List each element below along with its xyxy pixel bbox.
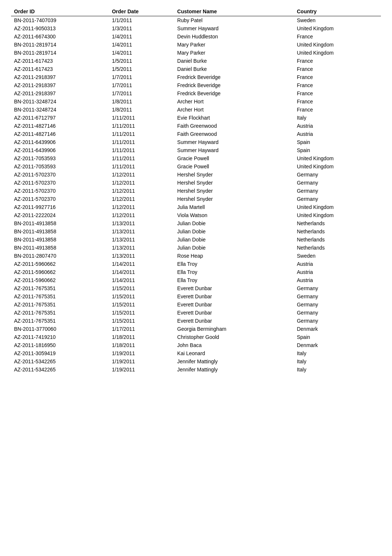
cell-row10-col3: France <box>294 97 381 106</box>
cell-row12-col1: 1/11/2011 <box>109 114 174 122</box>
cell-row37-col3: Germany <box>294 317 381 325</box>
cell-row18-col1: 1/11/2011 <box>109 162 174 171</box>
cell-row41-col0: AZ-2011-3059419 <box>11 349 109 357</box>
table-row: AZ-2011-6174231/5/2011Daniel BurkeFrance <box>11 57 381 65</box>
cell-row40-col3: Denmark <box>294 341 381 349</box>
table-row: BN-2011-74070391/1/2011Ruby PatelSweden <box>11 16 381 25</box>
table-row: AZ-2011-67127971/11/2011Evie FlockhartIt… <box>11 114 381 122</box>
header-order-date: Order Date <box>109 7 174 16</box>
cell-row21-col1: 1/12/2011 <box>109 187 174 195</box>
table-row: AZ-2011-59606621/14/2011Ella TroyAustria <box>11 268 381 276</box>
cell-row5-col1: 1/5/2011 <box>109 57 174 65</box>
table-row: BN-2011-32487241/8/2011Archer HortFrance <box>11 106 381 114</box>
cell-row21-col2: Hershel Snyder <box>174 187 294 195</box>
cell-row24-col1: 1/12/2011 <box>109 211 174 219</box>
cell-row1-col2: Summer Hayward <box>174 24 294 32</box>
cell-row38-col1: 1/17/2011 <box>109 325 174 333</box>
table-row: AZ-2011-70535931/11/2011Gracie PowellUni… <box>11 162 381 171</box>
cell-row42-col2: Jennifer Mattingly <box>174 357 294 365</box>
table-row: AZ-2011-76753511/15/2011Everett DunbarGe… <box>11 301 381 309</box>
cell-row3-col0: BN-2011-2819714 <box>11 41 109 49</box>
cell-row1-col1: 1/3/2011 <box>109 24 174 32</box>
cell-row4-col1: 1/4/2011 <box>109 49 174 57</box>
cell-row32-col2: Ella Troy <box>174 276 294 284</box>
cell-row41-col3: Italy <box>294 349 381 357</box>
cell-row7-col2: Fredrick Beveridge <box>174 73 294 81</box>
header-country: Country <box>294 7 381 16</box>
cell-row3-col1: 1/4/2011 <box>109 41 174 49</box>
cell-row32-col3: Austria <box>294 276 381 284</box>
orders-table: Order ID Order Date Customer Name Countr… <box>11 7 381 374</box>
cell-row0-col2: Ruby Patel <box>174 16 294 25</box>
table-row: BN-2011-32487241/8/2011Archer HortFrance <box>11 97 381 106</box>
cell-row39-col3: Spain <box>294 333 381 341</box>
cell-row23-col1: 1/12/2011 <box>109 203 174 211</box>
cell-row27-col3: Netherlands <box>294 236 381 244</box>
cell-row14-col3: Austria <box>294 130 381 138</box>
cell-row9-col0: AZ-2011-2918397 <box>11 89 109 97</box>
cell-row32-col0: AZ-2011-5960662 <box>11 276 109 284</box>
cell-row43-col0: AZ-2011-5342265 <box>11 365 109 374</box>
table-row: AZ-2011-22220241/12/2011Viola WatsonUnit… <box>11 211 381 219</box>
cell-row4-col2: Mary Parker <box>174 49 294 57</box>
cell-row12-col3: Italy <box>294 114 381 122</box>
cell-row18-col0: AZ-2011-7053593 <box>11 162 109 171</box>
cell-row2-col3: France <box>294 32 381 41</box>
cell-row12-col2: Evie Flockhart <box>174 114 294 122</box>
cell-row12-col0: AZ-2011-6712797 <box>11 114 109 122</box>
cell-row43-col1: 1/19/2011 <box>109 365 174 374</box>
table-row: AZ-2011-59606621/14/2011Ella TroyAustria <box>11 276 381 284</box>
cell-row35-col0: AZ-2011-7675351 <box>11 301 109 309</box>
table-row: AZ-2011-48271461/11/2011Faith GreenwoodA… <box>11 122 381 130</box>
cell-row32-col1: 1/14/2011 <box>109 276 174 284</box>
cell-row15-col0: AZ-2011-6439906 <box>11 138 109 146</box>
cell-row39-col1: 1/18/2011 <box>109 333 174 341</box>
cell-row26-col1: 1/13/2011 <box>109 227 174 236</box>
cell-row2-col1: 1/4/2011 <box>109 32 174 41</box>
table-row: AZ-2011-90503131/3/2011Summer HaywardUni… <box>11 24 381 32</box>
cell-row11-col2: Archer Hort <box>174 106 294 114</box>
header-order-id: Order ID <box>11 7 109 16</box>
cell-row8-col0: AZ-2011-2918397 <box>11 81 109 89</box>
cell-row25-col0: BN-2011-4913858 <box>11 219 109 227</box>
cell-row17-col1: 1/11/2011 <box>109 154 174 162</box>
cell-row22-col2: Hershel Snyder <box>174 195 294 203</box>
table-row: AZ-2011-48271461/11/2011Faith GreenwoodA… <box>11 130 381 138</box>
cell-row31-col0: AZ-2011-5960662 <box>11 268 109 276</box>
table-row: AZ-2011-57023701/12/2011Hershel SnyderGe… <box>11 171 381 179</box>
table-row: BN-2011-49138581/13/2011Julian DobieNeth… <box>11 219 381 227</box>
cell-row39-col0: AZ-2011-7419210 <box>11 333 109 341</box>
table-row: AZ-2011-29183971/7/2011Fredrick Beveridg… <box>11 73 381 81</box>
table-row: AZ-2011-18169501/18/2011John BacaDenmark <box>11 341 381 349</box>
table-row: AZ-2011-30594191/19/2011Kai LeonardItaly <box>11 349 381 357</box>
cell-row3-col3: United Kingdom <box>294 41 381 49</box>
cell-row29-col3: Sweden <box>294 252 381 260</box>
cell-row28-col0: BN-2011-4913858 <box>11 244 109 252</box>
cell-row37-col0: AZ-2011-7675351 <box>11 317 109 325</box>
cell-row28-col1: 1/13/2011 <box>109 244 174 252</box>
cell-row21-col3: Germany <box>294 187 381 195</box>
cell-row29-col2: Rose Heap <box>174 252 294 260</box>
cell-row26-col0: BN-2011-4913858 <box>11 227 109 236</box>
cell-row10-col2: Archer Hort <box>174 97 294 106</box>
cell-row5-col2: Daniel Burke <box>174 57 294 65</box>
cell-row23-col0: AZ-2011-9927716 <box>11 203 109 211</box>
cell-row23-col3: United Kingdom <box>294 203 381 211</box>
cell-row24-col0: AZ-2011-2222024 <box>11 211 109 219</box>
cell-row20-col1: 1/12/2011 <box>109 179 174 187</box>
cell-row34-col0: AZ-2011-7675351 <box>11 292 109 301</box>
table-row: AZ-2011-76753511/15/2011Everett DunbarGe… <box>11 292 381 301</box>
cell-row9-col1: 1/7/2011 <box>109 89 174 97</box>
cell-row34-col1: 1/15/2011 <box>109 292 174 301</box>
table-row: AZ-2011-57023701/12/2011Hershel SnyderGe… <box>11 195 381 203</box>
cell-row26-col3: Netherlands <box>294 227 381 236</box>
cell-row42-col3: Italy <box>294 357 381 365</box>
cell-row4-col3: United Kingdom <box>294 49 381 57</box>
cell-row20-col3: Germany <box>294 179 381 187</box>
cell-row1-col3: United Kingdom <box>294 24 381 32</box>
cell-row13-col0: AZ-2011-4827146 <box>11 122 109 130</box>
cell-row18-col3: United Kingdom <box>294 162 381 171</box>
cell-row33-col2: Everett Dunbar <box>174 284 294 292</box>
table-row: AZ-2011-53422651/19/2011Jennifer Matting… <box>11 357 381 365</box>
cell-row14-col2: Faith Greenwood <box>174 130 294 138</box>
